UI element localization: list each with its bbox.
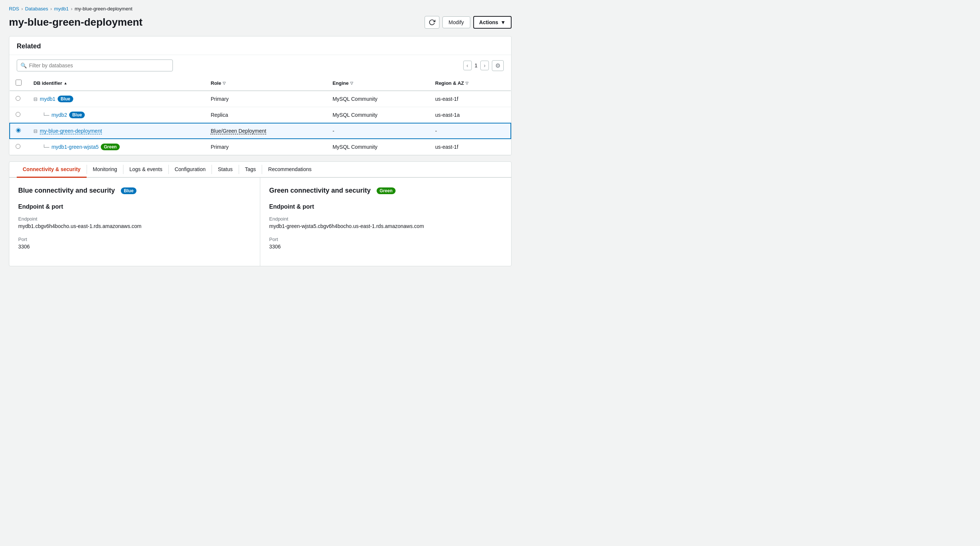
radio-mydb1-green[interactable]: [16, 144, 21, 149]
breadcrumb-databases[interactable]: Databases: [25, 6, 48, 11]
radio-mydb1[interactable]: [16, 96, 21, 101]
green-endpoint-section: Endpoint & port: [269, 204, 502, 210]
databases-table: DB identifier ▲ Role ▽ Engine ▽: [9, 76, 511, 155]
role-cell-mydb1-green: Primary: [205, 139, 327, 155]
breadcrumb-sep-3: ›: [71, 6, 73, 11]
region-cell-mydb2: us-east-1a: [430, 107, 511, 124]
engine-cell-mydb1: MySQL Community: [326, 91, 429, 107]
table-row: └─ mydb2 Blue Replica MySQL Community us…: [10, 107, 511, 124]
green-panel-title: Green connectivity and security: [269, 187, 371, 194]
search-wrapper: 🔍: [17, 59, 173, 72]
blue-port-value: 3306: [18, 244, 251, 250]
tab-configuration[interactable]: Configuration: [169, 162, 212, 178]
region-cell-deployment: -: [430, 123, 511, 139]
table-row-selected: ⊟ my-blue-green-deployment Blue/Green De…: [10, 123, 511, 139]
db-link-mydb1[interactable]: mydb1: [40, 96, 56, 102]
blue-panel-title: Blue connectivity and security: [18, 187, 115, 194]
blue-port-label: Port: [18, 237, 251, 242]
prev-page-button[interactable]: ‹: [463, 60, 472, 70]
th-region-az[interactable]: Region & AZ ▽: [430, 76, 511, 91]
radio-deployment[interactable]: [16, 128, 21, 133]
tabs-bar: Connectivity & security Monitoring Logs …: [9, 162, 511, 178]
radio-cell-mydb2[interactable]: [10, 107, 27, 124]
tab-monitoring[interactable]: Monitoring: [87, 162, 123, 178]
blue-endpoint-value: mydb1.cbgv6h4bocho.us-east-1.rds.amazona…: [18, 223, 251, 229]
blue-panel-heading: Blue connectivity and security Blue: [18, 187, 251, 194]
db-link-mydb2[interactable]: mydb2: [51, 112, 67, 118]
blue-endpoint-group: Endpoint mydb1.cbgv6h4bocho.us-east-1.rd…: [18, 216, 251, 229]
breadcrumb: RDS › Databases › mydb1 › my-blue-green-…: [9, 6, 512, 11]
page-number: 1: [475, 62, 478, 68]
green-port-label: Port: [269, 237, 502, 242]
db-id-cell-mydb2: └─ mydb2 Blue: [27, 107, 205, 124]
badge-blue-mydb1: Blue: [57, 96, 73, 102]
page-header: my-blue-green-deployment Modify Actions …: [9, 16, 512, 29]
related-card: Related 🔍 ‹ 1 › ⚙: [9, 36, 512, 156]
tab-logs-events[interactable]: Logs & events: [123, 162, 169, 178]
settings-button[interactable]: ⚙: [492, 60, 504, 71]
tab-recommendations[interactable]: Recommendations: [262, 162, 318, 178]
breadcrumb-current: my-blue-green-deployment: [75, 6, 132, 11]
sort-asc-icon: ▲: [64, 81, 67, 85]
role-cell-mydb1: Primary: [205, 91, 327, 107]
tabs-card: Connectivity & security Monitoring Logs …: [9, 161, 512, 266]
breadcrumb-rds[interactable]: RDS: [9, 6, 19, 11]
db-id-cell-mydb1: ⊟ mydb1 Blue: [27, 91, 205, 107]
related-header: Related: [9, 37, 511, 55]
table-row: └─ mydb1-green-wjsta5 Green Primary MySQ…: [10, 139, 511, 155]
green-endpoint-label: Endpoint: [269, 216, 502, 222]
pagination-controls: ‹ 1 › ⚙: [463, 60, 504, 71]
db-link-mydb1-green[interactable]: mydb1-green-wjsta5: [51, 144, 99, 150]
radio-cell-mydb1[interactable]: [10, 91, 27, 107]
engine-cell-deployment: -: [326, 123, 429, 139]
db-id-cell-deployment: ⊟ my-blue-green-deployment: [27, 123, 205, 139]
radio-cell-deployment[interactable]: [10, 123, 27, 139]
th-db-identifier[interactable]: DB identifier ▲: [27, 76, 205, 91]
region-cell-mydb1: us-east-1f: [430, 91, 511, 107]
badge-blue-panel: Blue: [121, 188, 137, 194]
actions-button[interactable]: Actions ▼: [473, 16, 512, 29]
db-id-cell-mydb1-green: └─ mydb1-green-wjsta5 Green: [27, 139, 205, 155]
green-port-value: 3306: [269, 244, 502, 250]
select-all-checkbox[interactable]: [16, 80, 22, 86]
blue-endpoint-label: Endpoint: [18, 216, 251, 222]
modify-button[interactable]: Modify: [442, 16, 470, 28]
engine-cell-mydb1-green: MySQL Community: [326, 139, 429, 155]
engine-cell-mydb2: MySQL Community: [326, 107, 429, 124]
tab-connectivity-security[interactable]: Connectivity & security: [17, 162, 87, 178]
expand-icon-deployment[interactable]: ⊟: [33, 128, 38, 134]
blue-port-group: Port 3306: [18, 237, 251, 250]
search-icon: 🔍: [21, 62, 27, 68]
breadcrumb-mydb1[interactable]: mydb1: [54, 6, 69, 11]
sort-desc-icon-region: ▽: [466, 81, 468, 85]
filter-bar: 🔍 ‹ 1 › ⚙: [9, 55, 511, 76]
refresh-button[interactable]: [425, 16, 439, 29]
tab-tags[interactable]: Tags: [239, 162, 262, 178]
db-link-deployment[interactable]: my-blue-green-deployment: [40, 128, 102, 134]
role-cell-mydb2: Replica: [205, 107, 327, 124]
blue-connectivity-panel: Blue connectivity and security Blue Endp…: [9, 178, 260, 266]
green-panel-heading: Green connectivity and security Green: [269, 187, 502, 194]
header-actions: Modify Actions ▼: [425, 16, 512, 29]
sort-desc-icon-engine: ▽: [350, 81, 353, 85]
badge-green-panel: Green: [377, 188, 396, 194]
green-endpoint-group: Endpoint mydb1-green-wjsta5.cbgv6h4bocho…: [269, 216, 502, 229]
radio-mydb2[interactable]: [16, 112, 21, 117]
badge-green-mydb1-green: Green: [101, 143, 120, 150]
th-engine[interactable]: Engine ▽: [326, 76, 429, 91]
radio-cell-mydb1-green[interactable]: [10, 139, 27, 155]
table-row: ⊟ mydb1 Blue Primary MySQL Community us-…: [10, 91, 511, 107]
green-connectivity-panel: Green connectivity and security Green En…: [260, 178, 511, 266]
expand-icon-mydb1[interactable]: ⊟: [33, 96, 38, 102]
breadcrumb-sep-1: ›: [21, 6, 23, 11]
chevron-down-icon: ▼: [500, 19, 506, 25]
tab-status[interactable]: Status: [212, 162, 239, 178]
search-input[interactable]: [17, 59, 173, 72]
region-cell-mydb1-green: us-east-1f: [430, 139, 511, 155]
green-endpoint-value: mydb1-green-wjsta5.cbgv6h4bocho.us-east-…: [269, 223, 502, 229]
next-page-button[interactable]: ›: [480, 60, 489, 70]
role-cell-deployment: Blue/Green Deployment: [205, 123, 327, 139]
sort-desc-icon-role: ▽: [223, 81, 226, 85]
th-role[interactable]: Role ▽: [205, 76, 327, 91]
checkbox-header-cell: [10, 76, 27, 91]
